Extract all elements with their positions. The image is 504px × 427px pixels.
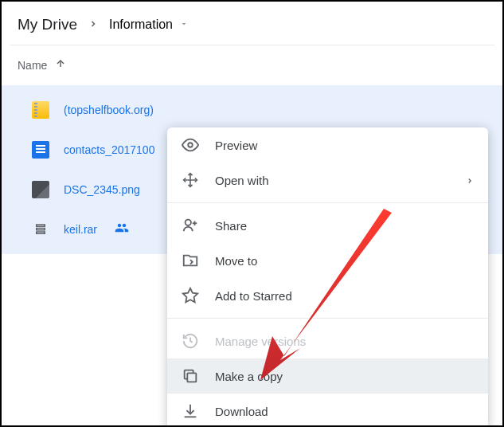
svg-marker-10	[183, 288, 197, 302]
person-add-icon	[182, 217, 199, 234]
chevron-right-icon	[88, 18, 98, 32]
menu-item-share[interactable]: Share	[167, 208, 488, 243]
menu-item-add-to-starred[interactable]: Add to Starred	[167, 278, 488, 313]
file-name: keil.rar	[64, 223, 97, 236]
menu-item-make-a-copy[interactable]: Make a copy	[167, 358, 488, 394]
file-name: (topshelfbook.org)	[64, 104, 154, 116]
arrow-up-icon	[55, 58, 66, 72]
document-file-icon	[32, 141, 49, 159]
menu-label: Preview	[215, 139, 474, 152]
file-name: DSC_2345.png	[64, 183, 140, 196]
menu-label: Open with	[215, 174, 450, 187]
menu-label: Make a copy	[215, 370, 474, 383]
menu-divider	[167, 202, 488, 203]
column-header[interactable]: Name	[2, 45, 502, 85]
image-file-icon	[32, 181, 49, 198]
menu-label: Share	[215, 219, 474, 233]
caret-down-icon	[179, 18, 189, 32]
zip-file-icon	[32, 101, 49, 119]
svg-point-4	[188, 143, 193, 147]
menu-item-open-with[interactable]: Open with	[167, 163, 488, 198]
breadcrumb-current-label: Information	[109, 18, 173, 32]
archive-file-icon	[32, 221, 49, 238]
svg-rect-2	[37, 229, 45, 230]
column-name-label: Name	[18, 59, 47, 72]
breadcrumb-current[interactable]: Information	[109, 18, 189, 32]
copy-icon	[182, 367, 199, 385]
file-row[interactable]: (topshelfbook.org)	[2, 90, 502, 130]
shared-icon	[115, 221, 129, 238]
menu-item-move-to[interactable]: Move to	[167, 243, 488, 278]
svg-rect-1	[37, 225, 45, 226]
breadcrumb-root[interactable]: My Drive	[18, 16, 77, 33]
menu-item-preview[interactable]: Preview	[167, 127, 488, 163]
chevron-right-icon	[466, 174, 474, 187]
menu-label: Manage versions	[215, 335, 474, 348]
context-menu: Preview Open with Share Move to Add to S…	[167, 127, 488, 427]
svg-point-7	[186, 220, 191, 225]
file-name: contacts_2017100	[64, 143, 154, 156]
menu-label: Move to	[215, 254, 474, 268]
svg-rect-11	[187, 373, 196, 382]
move-icon	[182, 171, 199, 189]
menu-divider	[167, 318, 488, 319]
menu-item-manage-versions: Manage versions	[167, 323, 488, 358]
folder-move-icon	[182, 252, 199, 269]
breadcrumb: My Drive Information	[2, 2, 502, 45]
eye-icon	[182, 136, 199, 154]
menu-label: Add to Starred	[215, 289, 474, 303]
download-icon	[182, 402, 199, 420]
star-icon	[182, 287, 199, 304]
history-icon	[182, 332, 199, 350]
menu-label: Download	[215, 405, 474, 418]
menu-item-download[interactable]: Download	[167, 394, 488, 427]
svg-rect-3	[37, 232, 45, 233]
